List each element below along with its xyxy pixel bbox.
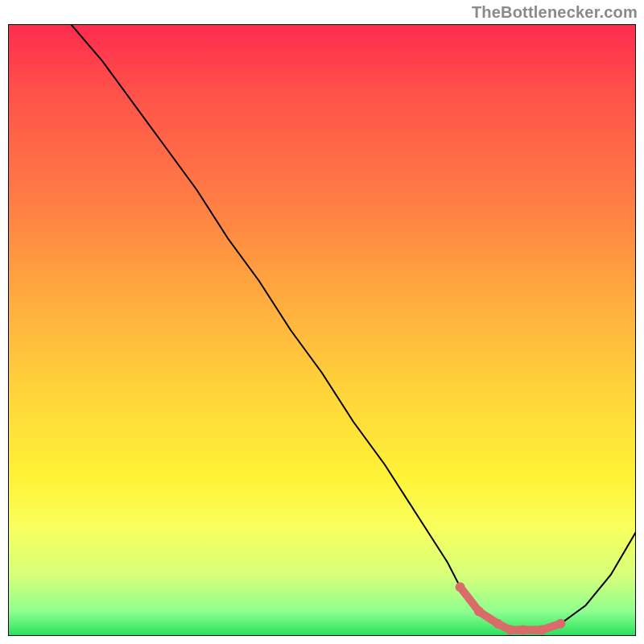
highlight-dot [518,625,528,634]
chart-container: TheBottlenecker.com [0,0,644,644]
curve-layer [8,24,636,636]
attribution-text: TheBottlenecker.com [472,3,638,22]
highlight-dot [456,582,465,592]
highlight-dot [474,607,484,617]
highlight-flat-region [460,587,561,630]
highlight-dot [493,619,502,629]
bottleneck-curve [71,24,636,630]
plot-area [8,24,636,636]
highlight-dot [506,625,515,634]
highlight-dot [555,619,565,629]
highlight-dot [537,625,547,634]
